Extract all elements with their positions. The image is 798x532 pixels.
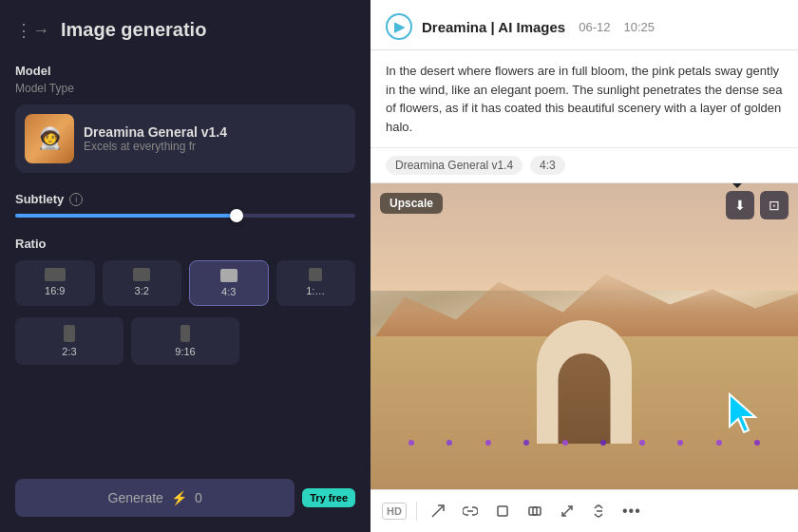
model-desc: Excels at everything fr [84,140,227,153]
ratio-btn-1-1[interactable]: 1:… [276,260,356,306]
upscale-icon [430,504,446,519]
arch-structure [527,311,641,444]
svg-rect-2 [498,506,507,516]
model-info: Dreamina General v1.4 Excels at everythi… [84,124,227,153]
app-icon: ▶ [386,13,412,40]
toolbar-btn-crop[interactable] [489,498,516,524]
download-icon: ⬇ [734,198,746,213]
flower [600,440,606,446]
ratio-icon-16-9 [45,268,66,281]
right-header: ▶ Dreamina | AI Images 06-12 10:25 [370,0,798,50]
model-thumbnail-image: 🧑‍🚀 [25,114,74,163]
flower [408,440,414,446]
app-name: Dreamina | AI Images [422,19,565,35]
generate-bar: Generate ⚡ 0 Try free [15,479,355,517]
flowers-row [392,440,777,459]
toolbar-divider [416,502,417,521]
tag-ratio: 4:3 [530,156,565,175]
ratio-text-1-1: 1:… [306,285,325,296]
tags-row: Dreamina General v1.4 4:3 [370,148,798,183]
bottom-toolbar: HD ••• [370,489,798,532]
ratio-btn-3-2[interactable]: 3:2 [103,260,182,306]
hd-badge: HD [382,503,407,520]
image-container: Upscale ⬇ Download ⊡ [370,183,798,489]
toolbar-btn-resize[interactable] [554,498,580,524]
left-header: ⋮→ Image generatio [15,19,355,41]
generate-credits: 0 [195,490,202,505]
expand-icon [527,504,542,519]
subtlety-row: Subtlety i [15,192,355,206]
flower [485,440,491,446]
flower [639,440,645,446]
ratio-icon-4-3 [220,269,238,282]
ratio-btn-9-16[interactable]: 9:16 [131,317,239,365]
crop-icon [495,504,510,519]
svg-line-1 [432,505,444,517]
flower [754,440,760,446]
flower [523,440,529,446]
toolbar-btn-upscale[interactable] [425,498,451,524]
model-section: Model Model Type 🧑‍🚀 Dreamina General v1… [15,64,355,173]
info-icon: i [69,193,83,206]
ratio-label: Ratio [15,237,355,251]
toolbar-btn-chain[interactable] [586,498,613,524]
svg-line-5 [562,506,572,516]
fullscreen-icon: ⊡ [769,198,780,213]
slider-fill [15,214,237,218]
arch-hole [559,353,611,444]
ratio-text-9-16: 9:16 [175,346,195,357]
generated-image [370,183,798,489]
ratio-icon-2-3 [64,325,75,342]
ratio-icon-1-1 [309,268,322,281]
ratio-btn-4-3[interactable]: 4:3 [189,260,269,306]
slider-thumb[interactable] [230,209,243,222]
flower [716,440,722,446]
image-actions-wrapper: ⬇ Download ⊡ [726,191,788,219]
ratio-text-3-2: 3:2 [135,285,149,296]
description-area: In the desert where flowers are in full … [370,50,798,148]
description-text: In the desert where flowers are in full … [386,62,783,136]
more-icon: ••• [622,503,641,520]
model-name: Dreamina General v1.4 [84,124,227,140]
image-actions: ⬇ Download ⊡ [726,191,788,219]
model-thumbnail: 🧑‍🚀 [25,114,74,163]
ratio-btn-2-3[interactable]: 2:3 [15,317,124,365]
ratio-text-2-3: 2:3 [62,346,76,357]
tag-model: Dreamina General v1.4 [386,156,522,175]
fullscreen-button[interactable]: ⊡ [760,191,788,219]
ratio-icon-3-2 [133,268,150,281]
subtlety-section: Subtlety i [15,192,355,218]
ratio-grid-bottom: 2:3 9:16 [15,317,355,365]
toolbar-btn-expand[interactable] [522,498,548,524]
model-label: Model [15,64,355,78]
page-title: Image generatio [61,19,206,41]
flower [677,440,683,446]
model-type-label: Model Type [15,82,355,95]
toolbar-btn-link[interactable] [457,498,484,524]
generate-icon: ⚡ [171,490,187,505]
download-button[interactable]: ⬇ Download [726,191,754,219]
sidebar-icon[interactable]: ⋮→ [15,20,49,41]
upscale-badge: Upscale [380,193,443,214]
generate-label: Generate [108,490,163,505]
ratio-icon-9-16 [180,325,190,342]
model-card[interactable]: 🧑‍🚀 Dreamina General v1.4 Excels at ever… [15,104,355,173]
left-panel: ⋮→ Image generatio Model Model Type 🧑‍🚀 … [0,0,370,532]
ratio-text-4-3: 4:3 [221,286,236,297]
resize-icon [560,504,575,519]
ratio-text-16-9: 16:9 [45,285,65,296]
toolbar-btn-more[interactable]: ••• [618,498,645,524]
header-date: 06-12 [579,20,610,34]
subtlety-slider[interactable] [15,214,355,218]
right-panel: ▶ Dreamina | AI Images 06-12 10:25 In th… [370,0,798,532]
link-icon [463,504,478,519]
header-time: 10:25 [623,20,655,34]
try-free-badge[interactable]: Try free [302,488,355,507]
flower [562,440,568,446]
ratio-btn-16-9[interactable]: 16:9 [15,260,95,306]
generate-button[interactable]: Generate ⚡ 0 [15,479,294,517]
chain-icon [592,504,607,519]
flower [446,440,452,446]
ratio-section: Ratio 16:9 3:2 4:3 1:… 2:3 [15,237,355,365]
ratio-grid: 16:9 3:2 4:3 1:… [15,260,355,306]
